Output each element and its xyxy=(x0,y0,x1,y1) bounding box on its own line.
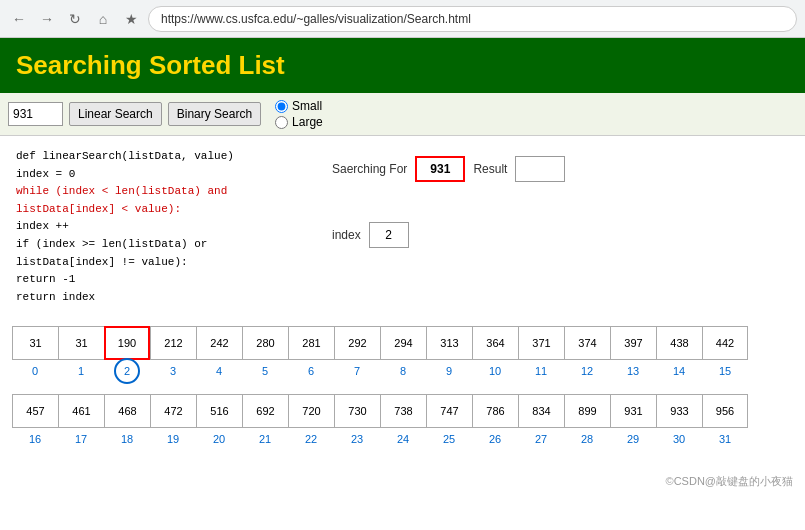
result-box xyxy=(515,156,565,182)
array2-cell-14: 933 xyxy=(656,394,702,428)
array1-index-1: 1 xyxy=(58,360,104,382)
radio-large-text: Large xyxy=(292,115,323,129)
array2-index-12: 28 xyxy=(564,428,610,450)
array1-cell-0: 31 xyxy=(12,326,58,360)
page-header: Searching Sorted List xyxy=(0,38,805,93)
array1-index-11: 11 xyxy=(518,360,564,382)
array1-cell-4: 242 xyxy=(196,326,242,360)
page-title: Searching Sorted List xyxy=(16,50,285,80)
array1-cell-3: 212 xyxy=(150,326,196,360)
array2-cell-5: 692 xyxy=(242,394,288,428)
index-value: 2 xyxy=(385,228,392,242)
array2-cell-8: 738 xyxy=(380,394,426,428)
array2-values-row: 4574614684725166927207307387477868348999… xyxy=(12,394,793,428)
main-content: def linearSearch(listData, value) index … xyxy=(0,136,805,318)
array1-indices-row: 0123456789101112131415 xyxy=(12,360,793,382)
radio-small-label[interactable]: Small xyxy=(275,99,323,113)
controls-bar: Linear Search Binary Search Small Large xyxy=(0,93,805,136)
array1-cell-7: 292 xyxy=(334,326,380,360)
array2-cell-7: 730 xyxy=(334,394,380,428)
array2-indices-row: 16171819202122232425262728293031 xyxy=(12,428,793,450)
array2-index-5: 21 xyxy=(242,428,288,450)
array1-cell-8: 294 xyxy=(380,326,426,360)
array2-cell-6: 720 xyxy=(288,394,334,428)
search-for-row: Saerching For 931 Result xyxy=(332,156,565,182)
binary-search-button[interactable]: Binary Search xyxy=(168,102,261,126)
array2-cell-4: 516 xyxy=(196,394,242,428)
nav-star-button[interactable]: ★ xyxy=(120,8,142,30)
nav-back-button[interactable]: ← xyxy=(8,8,30,30)
watermark: ©CSDN@敲键盘的小夜猫 xyxy=(0,470,805,493)
array2-index-15: 31 xyxy=(702,428,748,450)
array1-index-4: 4 xyxy=(196,360,242,382)
radio-small-input[interactable] xyxy=(275,100,288,113)
array2-cell-13: 931 xyxy=(610,394,656,428)
search-value-input[interactable] xyxy=(8,102,63,126)
size-radio-group: Small Large xyxy=(275,99,323,129)
array1-values-row: 3131190212242280281292294313364371374397… xyxy=(12,326,793,360)
array2-index-4: 20 xyxy=(196,428,242,450)
browser-chrome: ← → ↻ ⌂ ★ xyxy=(0,0,805,38)
array1-cell-10: 364 xyxy=(472,326,518,360)
array1-cell-5: 280 xyxy=(242,326,288,360)
array2-cell-1: 461 xyxy=(58,394,104,428)
array1-index-9: 9 xyxy=(426,360,472,382)
array1-cell-12: 374 xyxy=(564,326,610,360)
array1-cell-11: 371 xyxy=(518,326,564,360)
array2-index-8: 24 xyxy=(380,428,426,450)
nav-home-button[interactable]: ⌂ xyxy=(92,8,114,30)
index-box: 2 xyxy=(369,222,409,248)
result-label: Result xyxy=(473,162,507,176)
array2-index-11: 27 xyxy=(518,428,564,450)
array1-cell-13: 397 xyxy=(610,326,656,360)
nav-refresh-button[interactable]: ↻ xyxy=(64,8,86,30)
array1-index-6: 6 xyxy=(288,360,334,382)
array2-index-6: 22 xyxy=(288,428,334,450)
array2-cell-11: 834 xyxy=(518,394,564,428)
array1-index-2: 2 xyxy=(104,360,150,382)
array1-cell-2: 190 xyxy=(104,326,150,360)
array1-index-10: 10 xyxy=(472,360,518,382)
searching-for-value-box: 931 xyxy=(415,156,465,182)
code-line-6: return -1 xyxy=(16,271,308,289)
radio-small-text: Small xyxy=(292,99,322,113)
code-line-4: index ++ xyxy=(16,218,308,236)
code-panel: def linearSearch(listData, value) index … xyxy=(12,144,312,310)
array1-cell-14: 438 xyxy=(656,326,702,360)
array2-cell-15: 956 xyxy=(702,394,748,428)
linear-search-button[interactable]: Linear Search xyxy=(69,102,162,126)
array1-cell-9: 313 xyxy=(426,326,472,360)
array1-index-12: 12 xyxy=(564,360,610,382)
array2-index-3: 19 xyxy=(150,428,196,450)
array2-cell-0: 457 xyxy=(12,394,58,428)
array1-index-8: 8 xyxy=(380,360,426,382)
array2-cell-10: 786 xyxy=(472,394,518,428)
array2-cell-12: 899 xyxy=(564,394,610,428)
array2-index-0: 16 xyxy=(12,428,58,450)
code-line-3: while (index < len(listData) and listDat… xyxy=(16,183,308,218)
searching-for-value: 931 xyxy=(430,162,450,176)
array1-cell-1: 31 xyxy=(58,326,104,360)
array1-index-0: 0 xyxy=(12,360,58,382)
array2-index-13: 29 xyxy=(610,428,656,450)
nav-forward-button[interactable]: → xyxy=(36,8,58,30)
array1-cell-15: 442 xyxy=(702,326,748,360)
array1-index-14: 14 xyxy=(656,360,702,382)
array2-index-1: 17 xyxy=(58,428,104,450)
array1-cell-6: 281 xyxy=(288,326,334,360)
array2-index-7: 23 xyxy=(334,428,380,450)
index-label: index xyxy=(332,228,361,242)
radio-large-input[interactable] xyxy=(275,116,288,129)
array2-index-10: 26 xyxy=(472,428,518,450)
array2-index-9: 25 xyxy=(426,428,472,450)
array1-index-15: 15 xyxy=(702,360,748,382)
searching-for-label: Saerching For xyxy=(332,162,407,176)
code-line-1: def linearSearch(listData, value) xyxy=(16,148,308,166)
code-line-2: index = 0 xyxy=(16,166,308,184)
array2-index-2: 18 xyxy=(104,428,150,450)
radio-large-label[interactable]: Large xyxy=(275,115,323,129)
right-panel: Saerching For 931 Result index 2 xyxy=(312,144,793,310)
array1-index-5: 5 xyxy=(242,360,288,382)
arrays-section: 3131190212242280281292294313364371374397… xyxy=(0,318,805,470)
address-bar-input[interactable] xyxy=(148,6,797,32)
